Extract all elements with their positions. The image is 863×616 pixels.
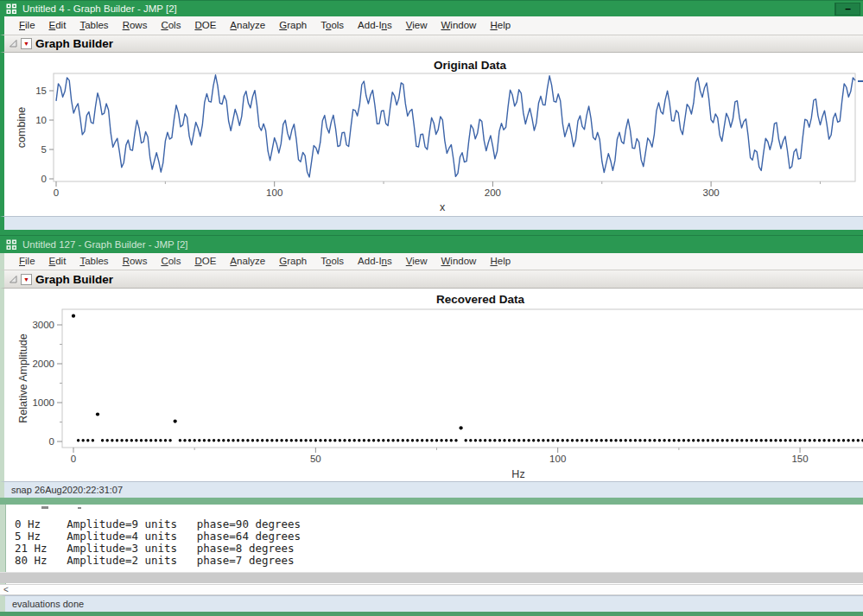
baseline-dot [803,439,806,441]
window2-bottom-border [0,498,863,505]
window1-title: Untitled 4 - Graph Builder - JMP [2] [22,3,177,14]
baseline-dot [740,439,743,441]
baseline-dot [784,439,787,441]
menu-item-cols[interactable]: Cols [154,254,187,269]
baseline-dot [421,439,423,441]
y-tick-label: 1000 [32,397,54,408]
baseline-dot [168,439,171,441]
menu-item-tools[interactable]: Tools [314,254,351,269]
menu-item-tools[interactable]: Tools [314,18,351,33]
log-output-text[interactable]: 0 Hz Amplitude=9 units phase=90 degrees … [5,505,863,567]
menu-item-edit[interactable]: Edit [42,18,73,33]
baseline-dot [508,439,511,441]
baseline-dot [290,439,293,441]
menu-item-analyze[interactable]: Analyze [223,254,272,269]
baseline-dot [363,439,365,441]
baseline-dot [542,439,544,441]
menu-item-graph[interactable]: Graph [272,254,314,269]
original-data-chart: Original Data0510150100200300combinex [4,53,863,216]
menu-item-tables[interactable]: Tables [73,18,115,33]
baseline-dot [716,439,719,441]
menu-item-window[interactable]: Window [435,18,484,33]
screen: Untitled 4 - Graph Builder - JMP [2] – F… [0,0,863,616]
menu-item-addins[interactable]: Add-Ins [351,254,399,269]
baseline-dot [770,439,772,441]
menu-item-edit[interactable]: Edit [42,254,73,269]
disclosure-triangle-icon[interactable] [9,275,18,284]
menu-item-help[interactable]: Help [483,254,517,269]
baseline-dot [644,439,646,441]
menu-item-cols[interactable]: Cols [154,18,187,33]
baseline-dot [809,439,811,441]
baseline-dot [551,439,554,441]
menu-item-doe[interactable]: DOE [187,254,223,269]
log-statusbar: evaluations done [0,595,863,612]
baseline-dot [402,439,404,441]
baseline-dot [774,439,777,441]
baseline-dot [566,439,568,441]
baseline-dot [372,439,375,441]
menu-item-tables[interactable]: Tables [73,254,115,269]
window2-titlebar[interactable]: Untitled 127 - Graph Builder - JMP [2] [0,235,863,253]
baseline-dot [847,439,849,441]
report-title: Graph Builder [35,273,113,286]
baseline-dot [697,439,700,441]
baseline-dot [218,439,220,441]
baseline-dot [232,439,234,441]
baseline-dot [207,439,210,441]
baseline-dot [261,439,263,441]
baseline-dot [513,439,516,441]
menu-item-analyze[interactable]: Analyze [223,18,272,33]
baseline-dot [367,439,370,441]
minimize-button[interactable]: – [834,3,860,16]
baseline-dot [333,439,336,441]
window2-status-text: snap 26Aug2020:22:31:07 [11,485,123,495]
baseline-dot [309,439,312,441]
plot-frame [62,309,863,448]
baseline-dot [179,439,181,441]
baseline-dot [474,439,477,441]
menu-item-addins[interactable]: Add-Ins [351,18,399,33]
window2-title: Untitled 127 - Graph Builder - JMP [2] [22,239,188,250]
baseline-dot [144,439,147,441]
scroll-left-arrow-icon[interactable]: < [3,585,9,594]
window2-report-header: ▼ Graph Builder [0,270,863,289]
baseline-dot [213,439,215,441]
baseline-dot [343,439,346,441]
menu-item-file[interactable]: File [12,254,42,269]
menu-item-rows[interactable]: Rows [116,254,155,269]
disclosure-triangle-icon[interactable] [9,39,18,48]
frequency-peak-dot [174,420,177,423]
menu-item-file[interactable]: File [12,18,42,33]
baseline-dot [140,439,143,441]
window1-titlebar[interactable]: Untitled 4 - Graph Builder - JMP [2] – [0,0,863,16]
baseline-dot [183,439,186,441]
menu-item-doe[interactable]: DOE [187,18,223,33]
baseline-dot [242,439,244,441]
baseline-dot [789,439,791,441]
y-tick-label: 2000 [32,359,54,369]
baseline-dot [130,439,133,441]
screen-bottom-border [0,612,863,616]
menu-item-help[interactable]: Help [483,18,517,33]
baseline-dot [605,439,607,441]
baseline-dot [571,439,574,441]
baseline-dot [581,439,583,441]
baseline-dot [614,439,617,441]
baseline-dot [246,439,249,441]
red-triangle-menu-button[interactable]: ▼ [21,274,32,285]
y-tick-label: 5 [41,144,47,155]
menu-item-view[interactable]: View [399,254,435,269]
clipped-log-text [41,506,48,509]
menu-item-view[interactable]: View [399,18,435,33]
log-scrollbar-track[interactable] [0,572,863,583]
red-triangle-icon: ▼ [23,41,29,47]
red-triangle-menu-button[interactable]: ▼ [21,38,32,49]
menu-item-graph[interactable]: Graph [272,18,314,33]
horizontal-scrollbar[interactable]: < [0,584,863,595]
clipped-line-fragment [858,80,863,82]
baseline-dot [779,439,782,441]
baseline-dot [721,439,724,441]
menu-item-window[interactable]: Window [435,254,484,269]
menu-item-rows[interactable]: Rows [116,18,155,33]
